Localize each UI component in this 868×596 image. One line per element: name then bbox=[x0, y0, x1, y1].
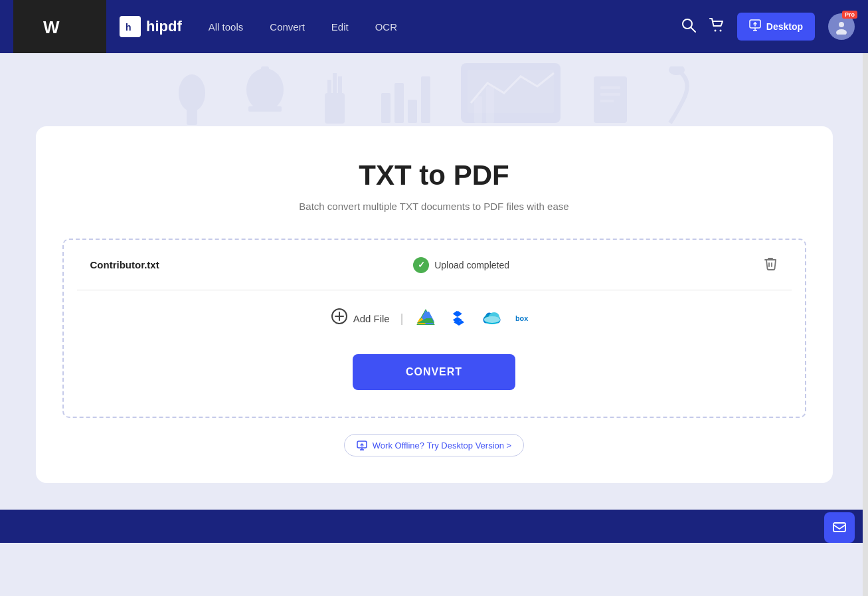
svg-rect-18 bbox=[325, 93, 345, 124]
file-row: Contributor.txt ✓ Upload completed bbox=[77, 240, 792, 290]
pro-badge: Pro bbox=[842, 11, 857, 19]
svg-rect-22 bbox=[381, 93, 391, 123]
box-button[interactable]: box bbox=[513, 306, 537, 330]
page-title: TXT to PDF bbox=[62, 159, 806, 191]
svg-point-12 bbox=[836, 29, 847, 35]
svg-point-11 bbox=[839, 22, 844, 27]
page-subtitle: Batch convert multiple TXT documents to … bbox=[62, 201, 806, 212]
add-file-button[interactable]: Add File bbox=[331, 308, 390, 329]
nav-links: All tools Convert Edit OCR bbox=[209, 21, 397, 33]
onedrive-button[interactable] bbox=[480, 306, 504, 330]
svg-rect-19 bbox=[333, 73, 337, 96]
convert-wrap: CONVERT bbox=[77, 341, 792, 397]
svg-point-5 bbox=[714, 29, 716, 31]
main-content: TXT to PDF Batch convert multiple TXT do… bbox=[0, 126, 868, 510]
svg-rect-53 bbox=[833, 523, 845, 532]
svg-rect-25 bbox=[421, 76, 430, 123]
avatar-wrap[interactable]: Pro bbox=[828, 13, 855, 40]
message-button[interactable] bbox=[824, 512, 855, 543]
svg-line-4 bbox=[691, 27, 695, 32]
svg-point-14 bbox=[179, 74, 205, 112]
offline-notice: Work Offline? Try Desktop Version > bbox=[62, 434, 806, 456]
delete-file-button[interactable] bbox=[763, 256, 778, 274]
footer-bar bbox=[0, 510, 868, 543]
svg-text:h: h bbox=[126, 22, 131, 33]
svg-rect-32 bbox=[600, 93, 620, 96]
upload-area: Contributor.txt ✓ Upload completed bbox=[62, 239, 806, 418]
svg-rect-24 bbox=[408, 100, 417, 123]
hipdf-icon: h bbox=[120, 16, 141, 37]
svg-rect-21 bbox=[327, 80, 331, 96]
convert-button[interactable]: CONVERT bbox=[353, 354, 515, 390]
add-file-label: Add File bbox=[353, 313, 390, 324]
google-drive-button[interactable] bbox=[414, 306, 438, 330]
svg-rect-33 bbox=[600, 100, 614, 102]
offline-text: Work Offline? Try Desktop Version > bbox=[373, 441, 511, 450]
svg-point-16 bbox=[246, 68, 284, 111]
nav-actions: Desktop Pro bbox=[681, 13, 855, 41]
svg-point-6 bbox=[719, 29, 721, 31]
cart-icon[interactable] bbox=[709, 18, 724, 36]
nav-all-tools[interactable]: All tools bbox=[209, 21, 244, 33]
svg-rect-17 bbox=[261, 66, 269, 73]
desktop-button[interactable]: Desktop bbox=[737, 13, 815, 41]
svg-point-47 bbox=[484, 316, 500, 323]
desktop-label: Desktop bbox=[766, 21, 803, 32]
dropbox-button[interactable] bbox=[447, 306, 471, 330]
status-check-icon: ✓ bbox=[413, 257, 429, 273]
svg-rect-31 bbox=[600, 86, 620, 89]
desktop-icon bbox=[749, 19, 761, 34]
hipdf-brand[interactable]: h hipdf bbox=[120, 16, 182, 37]
hipdf-text: hipdf bbox=[146, 18, 182, 35]
svg-rect-28 bbox=[474, 96, 482, 123]
svg-rect-23 bbox=[394, 83, 404, 123]
file-name: Contributor.txt bbox=[90, 259, 159, 270]
navbar: W h hipdf All tools Convert Edit OCR bbox=[0, 0, 868, 53]
search-icon[interactable] bbox=[681, 18, 696, 36]
converter-card: TXT to PDF Batch convert multiple TXT do… bbox=[36, 126, 833, 483]
hero-background bbox=[0, 53, 868, 126]
svg-rect-20 bbox=[338, 76, 342, 96]
add-icon bbox=[331, 308, 348, 329]
offline-link[interactable]: Work Offline? Try Desktop Version > bbox=[344, 434, 524, 456]
nav-edit[interactable]: Edit bbox=[331, 21, 349, 33]
cloud-icons: box bbox=[414, 306, 537, 330]
nav-convert[interactable]: Convert bbox=[270, 21, 305, 33]
wondershare-logo[interactable]: W bbox=[13, 0, 106, 53]
separator: | bbox=[400, 312, 404, 326]
status-text: Upload completed bbox=[434, 260, 509, 270]
scrollbar[interactable] bbox=[863, 0, 868, 596]
svg-text:box: box bbox=[515, 314, 528, 322]
svg-text:W: W bbox=[43, 17, 60, 37]
svg-rect-29 bbox=[486, 86, 494, 123]
nav-ocr[interactable]: OCR bbox=[375, 21, 397, 33]
add-file-row: Add File | bbox=[77, 290, 792, 341]
upload-status: ✓ Upload completed bbox=[413, 257, 509, 273]
